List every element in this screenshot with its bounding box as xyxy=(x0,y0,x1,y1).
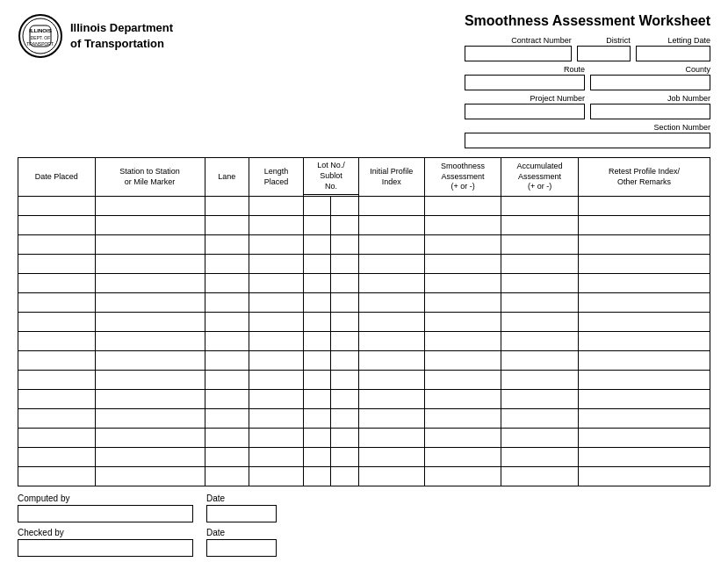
cell-lane[interactable] xyxy=(205,293,249,313)
cell-station[interactable] xyxy=(95,332,205,351)
district-input[interactable] xyxy=(577,46,631,61)
cell-station[interactable] xyxy=(95,429,205,448)
cell-initial[interactable] xyxy=(358,467,424,486)
cell-station[interactable] xyxy=(95,390,205,409)
cell-date[interactable] xyxy=(18,313,96,332)
cell-initial[interactable] xyxy=(358,390,424,409)
cell-date[interactable] xyxy=(18,390,96,409)
cell-accumulated[interactable] xyxy=(501,448,579,467)
cell-length[interactable] xyxy=(249,274,304,293)
cell-accumulated[interactable] xyxy=(501,409,579,429)
contract-number-input[interactable] xyxy=(465,46,572,61)
cell-station[interactable] xyxy=(95,467,205,486)
cell-accumulated[interactable] xyxy=(501,274,579,293)
cell-date[interactable] xyxy=(18,467,96,486)
cell-length[interactable] xyxy=(249,448,304,467)
cell-retest[interactable] xyxy=(578,409,710,429)
cell-lane[interactable] xyxy=(205,274,249,293)
cell-lot[interactable] xyxy=(304,235,359,255)
cell-lot[interactable] xyxy=(304,371,359,390)
job-number-input[interactable] xyxy=(590,104,710,119)
cell-date[interactable] xyxy=(18,235,96,255)
cell-station[interactable] xyxy=(95,351,205,371)
cell-retest[interactable] xyxy=(578,351,710,371)
cell-accumulated[interactable] xyxy=(501,293,579,313)
cell-station[interactable] xyxy=(95,255,205,274)
cell-length[interactable] xyxy=(249,467,304,486)
cell-date[interactable] xyxy=(18,409,96,429)
computed-by-input[interactable] xyxy=(18,505,193,522)
cell-smoothness[interactable] xyxy=(424,332,501,351)
cell-initial[interactable] xyxy=(358,274,424,293)
cell-smoothness[interactable] xyxy=(424,313,501,332)
cell-date[interactable] xyxy=(18,293,96,313)
cell-station[interactable] xyxy=(95,235,205,255)
cell-date[interactable] xyxy=(18,255,96,274)
cell-accumulated[interactable] xyxy=(501,467,579,486)
cell-smoothness[interactable] xyxy=(424,235,501,255)
cell-lot[interactable] xyxy=(304,448,359,467)
cell-initial[interactable] xyxy=(358,429,424,448)
cell-lane[interactable] xyxy=(205,216,249,235)
cell-retest[interactable] xyxy=(578,371,710,390)
cell-lot[interactable] xyxy=(304,274,359,293)
cell-lane[interactable] xyxy=(205,197,249,216)
cell-station[interactable] xyxy=(95,293,205,313)
cell-smoothness[interactable] xyxy=(424,293,501,313)
cell-length[interactable] xyxy=(249,313,304,332)
cell-date[interactable] xyxy=(18,351,96,371)
cell-lot[interactable] xyxy=(304,313,359,332)
cell-retest[interactable] xyxy=(578,197,710,216)
cell-initial[interactable] xyxy=(358,255,424,274)
cell-retest[interactable] xyxy=(578,255,710,274)
cell-initial[interactable] xyxy=(358,313,424,332)
cell-length[interactable] xyxy=(249,351,304,371)
checked-date-input[interactable] xyxy=(206,539,277,557)
cell-retest[interactable] xyxy=(578,390,710,409)
cell-smoothness[interactable] xyxy=(424,371,501,390)
cell-smoothness[interactable] xyxy=(424,351,501,371)
cell-lot[interactable] xyxy=(304,197,359,216)
cell-lot[interactable] xyxy=(304,293,359,313)
cell-accumulated[interactable] xyxy=(501,313,579,332)
cell-length[interactable] xyxy=(249,429,304,448)
checked-by-input[interactable] xyxy=(18,539,193,557)
cell-station[interactable] xyxy=(95,448,205,467)
cell-length[interactable] xyxy=(249,332,304,351)
cell-initial[interactable] xyxy=(358,351,424,371)
cell-lot[interactable] xyxy=(304,216,359,235)
cell-length[interactable] xyxy=(249,197,304,216)
cell-initial[interactable] xyxy=(358,371,424,390)
cell-length[interactable] xyxy=(249,235,304,255)
cell-smoothness[interactable] xyxy=(424,197,501,216)
cell-initial[interactable] xyxy=(358,197,424,216)
cell-station[interactable] xyxy=(95,216,205,235)
cell-accumulated[interactable] xyxy=(501,351,579,371)
cell-accumulated[interactable] xyxy=(501,235,579,255)
cell-lot[interactable] xyxy=(304,409,359,429)
route-input[interactable] xyxy=(465,75,585,90)
cell-retest[interactable] xyxy=(578,216,710,235)
cell-initial[interactable] xyxy=(358,293,424,313)
cell-station[interactable] xyxy=(95,274,205,293)
cell-station[interactable] xyxy=(95,313,205,332)
project-number-input[interactable] xyxy=(465,104,585,119)
cell-lot[interactable] xyxy=(304,332,359,351)
cell-lane[interactable] xyxy=(205,313,249,332)
cell-accumulated[interactable] xyxy=(501,216,579,235)
cell-date[interactable] xyxy=(18,429,96,448)
cell-lane[interactable] xyxy=(205,467,249,486)
cell-length[interactable] xyxy=(249,255,304,274)
cell-lot[interactable] xyxy=(304,351,359,371)
cell-station[interactable] xyxy=(95,197,205,216)
cell-accumulated[interactable] xyxy=(501,332,579,351)
cell-lot[interactable] xyxy=(304,255,359,274)
cell-date[interactable] xyxy=(18,216,96,235)
cell-lot[interactable] xyxy=(304,390,359,409)
cell-smoothness[interactable] xyxy=(424,409,501,429)
cell-initial[interactable] xyxy=(358,216,424,235)
cell-lane[interactable] xyxy=(205,371,249,390)
cell-initial[interactable] xyxy=(358,332,424,351)
cell-lane[interactable] xyxy=(205,409,249,429)
cell-date[interactable] xyxy=(18,197,96,216)
